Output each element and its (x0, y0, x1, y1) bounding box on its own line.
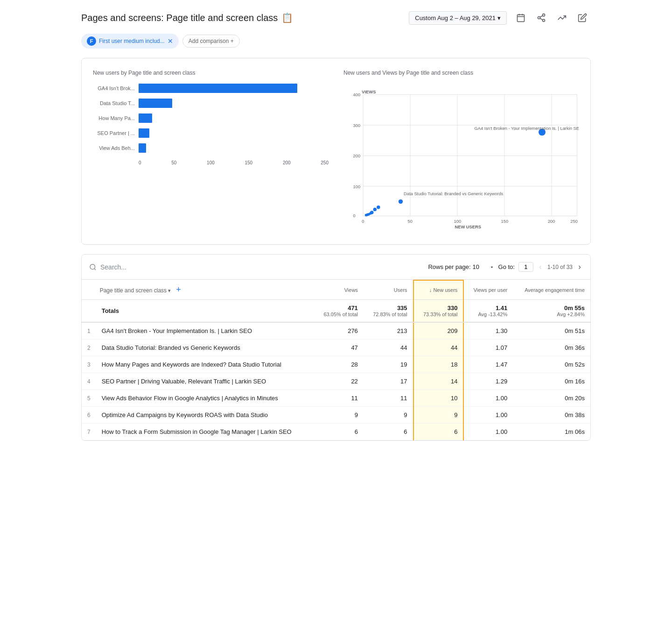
totals-new-users: 330 73.33% of total (413, 300, 464, 323)
scatter-label-1: GA4 Isn't Broken - Your Implementation I… (475, 126, 579, 131)
search-input[interactable] (100, 263, 194, 271)
bar-chart-title: New users by Page title and screen class (93, 70, 329, 76)
date-range-picker[interactable]: Custom Aug 2 – Aug 29, 2021 ▾ (409, 11, 507, 25)
y-axis-label-200: 200 (353, 154, 361, 158)
page-title-icon: 📋 (281, 12, 293, 23)
y-axis-label-100: 100 (353, 184, 361, 189)
row-views-per-user: 1.00 (463, 390, 513, 407)
add-comparison-button[interactable]: Add comparison + (182, 35, 240, 48)
row-users: 213 (364, 322, 413, 340)
row-users: 6 (364, 424, 413, 440)
dimension-column-header: Page title and screen class ▾ + (96, 280, 315, 300)
row-views: 9 (314, 407, 364, 424)
svg-line-7 (540, 18, 543, 20)
bar-row: How Many Pa... (93, 113, 329, 123)
filter-bar: F First user medium includ... ✕ Add comp… (81, 34, 591, 49)
row-title: How Many Pages and Keywords are Indexed?… (96, 356, 315, 373)
bar-fill (139, 113, 152, 123)
scatter-label-2: Data Studio Tutorial: Branded vs Generic… (404, 191, 504, 196)
svg-text:150: 150 (501, 219, 509, 224)
filter-chip-label: First user medium includ... (99, 38, 165, 44)
row-num-header (82, 280, 96, 300)
dimension-label[interactable]: Page title and screen class (100, 287, 167, 294)
table-row: 1 GA4 Isn't Broken - Your Implementation… (82, 322, 590, 340)
bar-track (139, 99, 329, 108)
add-dimension-button[interactable]: + (176, 285, 181, 294)
bar-label: How Many Pa... (93, 115, 135, 121)
data-table: Page title and screen class ▾ + Views Us… (82, 280, 590, 440)
row-new-users: 18 (413, 356, 464, 373)
row-users: 11 (364, 390, 413, 407)
table-row: 7 How to Track a Form Submission in Goog… (82, 424, 590, 440)
row-users: 9 (364, 407, 413, 424)
header-icons (512, 9, 591, 26)
search-box (89, 263, 194, 271)
table-toolbar: Rows per page: 10 25 50 Go to: ‹ 1-10 of… (82, 255, 590, 280)
row-views: 47 (314, 340, 364, 356)
bar-track (139, 143, 329, 153)
scatter-point-3 (377, 205, 380, 209)
totals-views-per-user: 1.41 Avg -13.42% (463, 300, 513, 323)
filter-chip[interactable]: F First user medium includ... ✕ (81, 34, 179, 49)
totals-users: 335 72.83% of total (364, 300, 413, 323)
date-range-text: Custom Aug 2 – Aug 29, 2021 (415, 14, 496, 21)
page-title: Pages and screens: Page title and screen… (81, 12, 293, 23)
share-icon[interactable] (533, 9, 550, 26)
header-right: Custom Aug 2 – Aug 29, 2021 ▾ (409, 9, 591, 26)
row-new-users: 14 (413, 373, 464, 390)
calendar-report-icon[interactable] (512, 9, 529, 26)
scatter-svg: 400 300 200 100 0 VIEWS (343, 84, 579, 233)
row-users: 17 (364, 373, 413, 390)
trending-icon[interactable] (553, 9, 570, 26)
prev-page-button[interactable]: ‹ (537, 260, 544, 274)
totals-label: Totals (96, 300, 315, 323)
new-users-header[interactable]: ↓ New users (413, 280, 464, 300)
charts-section: New users by Page title and screen class… (81, 58, 591, 245)
bar-row: View Ads Beh... (93, 143, 329, 153)
page-input[interactable] (518, 262, 533, 272)
table-row: 4 SEO Partner | Driving Valuable, Releva… (82, 373, 590, 390)
row-avg-engagement: 1m 06s (513, 424, 590, 440)
scatter-chart: 400 300 200 100 0 VIEWS (343, 84, 579, 233)
row-avg-engagement: 0m 36s (513, 340, 590, 356)
svg-text:250: 250 (570, 219, 578, 224)
row-avg-engagement: 0m 51s (513, 322, 590, 340)
bar-axis-label: 250 (321, 160, 329, 165)
bar-axis-label: 200 (283, 160, 291, 165)
page-range: 1-10 of 33 (547, 264, 573, 270)
bar-x-axis: 050100150200250 (93, 160, 329, 165)
avg-engagement-header: Average engagement time (513, 280, 590, 300)
row-num: 5 (82, 390, 96, 407)
row-avg-engagement: 0m 16s (513, 373, 590, 390)
views-per-user-header: Views per user (463, 280, 513, 300)
svg-rect-0 (518, 14, 525, 21)
row-new-users: 10 (413, 390, 464, 407)
bar-axis-label: 50 (171, 160, 176, 165)
row-num: 3 (82, 356, 96, 373)
bar-fill (139, 143, 146, 153)
dimension-dropdown-icon: ▾ (168, 288, 171, 293)
edit-icon[interactable] (574, 9, 591, 26)
scatter-point-4 (373, 208, 377, 211)
new-users-label: New users (433, 287, 457, 293)
bar-fill (139, 128, 149, 138)
row-title: How to Track a Form Submission in Google… (96, 424, 315, 440)
scatter-point-2 (399, 199, 403, 204)
row-views: 22 (314, 373, 364, 390)
col-header-row: Page title and screen class ▾ + Views Us… (82, 280, 590, 300)
go-to-label: Go to: (498, 263, 515, 270)
rows-per-page-select[interactable]: 10 25 50 (473, 263, 487, 270)
svg-point-27 (90, 264, 95, 269)
row-views-per-user: 1.30 (463, 322, 513, 340)
next-page-button[interactable]: › (576, 260, 583, 274)
row-num: 6 (82, 407, 96, 424)
row-num: 2 (82, 340, 96, 356)
bar-track (139, 113, 329, 123)
bar-track (139, 84, 329, 93)
y-axis-label-300: 300 (353, 123, 361, 128)
views-header: Views (314, 280, 364, 300)
svg-text:NEW USERS: NEW USERS (455, 225, 481, 229)
row-views-per-user: 1.29 (463, 373, 513, 390)
filter-chip-close-icon[interactable]: ✕ (168, 37, 173, 45)
bar-axis-label: 0 (139, 160, 141, 165)
